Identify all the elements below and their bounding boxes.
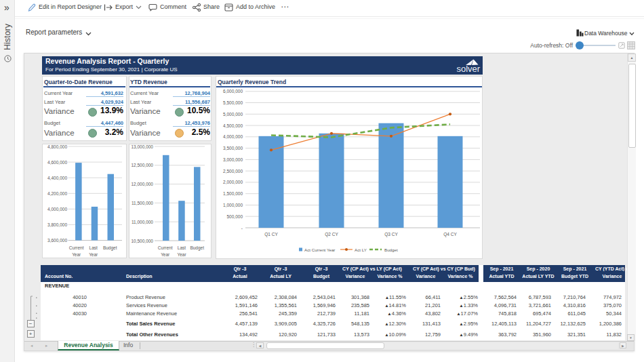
svg-text:500,000: 500,000 xyxy=(227,214,243,219)
svg-text:Year: Year xyxy=(89,252,98,257)
svg-text:Budget: Budget xyxy=(103,245,117,251)
svg-text:3,500,000: 3,500,000 xyxy=(223,146,243,150)
svg-text:Q4 CY: Q4 CY xyxy=(443,232,457,237)
svg-text:5,000,000: 5,000,000 xyxy=(223,112,243,117)
svg-text:Act Current Year: Act Current Year xyxy=(304,247,335,252)
svg-text:11,500,000: 11,500,000 xyxy=(132,201,153,205)
svg-text:Q3 CY: Q3 CY xyxy=(384,232,398,237)
svg-text:4,500,000: 4,500,000 xyxy=(223,123,243,128)
svg-text:10,500,000: 10,500,000 xyxy=(131,239,153,243)
svg-text:3,000,000: 3,000,000 xyxy=(223,157,243,162)
svg-text:1,000,000: 1,000,000 xyxy=(223,203,243,207)
svg-text:solver: solver xyxy=(457,64,481,74)
svg-text:4,200,000: 4,200,000 xyxy=(47,191,67,196)
svg-text:4,600,000: 4,600,000 xyxy=(47,160,67,165)
svg-text:Year: Year xyxy=(177,252,186,257)
svg-text:4,000,000: 4,000,000 xyxy=(47,207,67,212)
svg-text:Last: Last xyxy=(178,245,186,250)
svg-text:-: - xyxy=(241,226,243,230)
svg-text:13,000,000: 13,000,000 xyxy=(131,144,153,149)
svg-text:4,400,000: 4,400,000 xyxy=(47,176,67,180)
svg-text:Act LY: Act LY xyxy=(355,247,367,252)
svg-text:12,500,000: 12,500,000 xyxy=(131,163,153,167)
svg-text:Current: Current xyxy=(69,245,84,250)
svg-text:2,000,000: 2,000,000 xyxy=(223,180,243,184)
svg-text:Current: Current xyxy=(158,245,173,250)
svg-text:4,800,000: 4,800,000 xyxy=(47,144,67,149)
svg-text:4,000,000: 4,000,000 xyxy=(223,134,243,139)
svg-text:6,000,000: 6,000,000 xyxy=(223,89,243,94)
svg-text:Year: Year xyxy=(161,252,170,257)
svg-text:3,800,000: 3,800,000 xyxy=(47,222,67,227)
svg-text:3,600,000: 3,600,000 xyxy=(47,238,67,243)
svg-text:Year: Year xyxy=(72,252,81,257)
svg-text:Q1 CY: Q1 CY xyxy=(264,232,278,237)
svg-text:Last: Last xyxy=(89,245,98,250)
svg-text:Budget: Budget xyxy=(384,247,398,252)
svg-text:11,000,000: 11,000,000 xyxy=(132,220,153,224)
svg-text:12,000,000: 12,000,000 xyxy=(131,182,153,186)
svg-text:1,500,000: 1,500,000 xyxy=(223,191,243,196)
svg-text:Q2 CY: Q2 CY xyxy=(325,232,338,237)
svg-text:5,500,000: 5,500,000 xyxy=(223,100,243,105)
svg-text:Budget: Budget xyxy=(190,245,204,251)
svg-text:2,500,000: 2,500,000 xyxy=(223,169,243,174)
